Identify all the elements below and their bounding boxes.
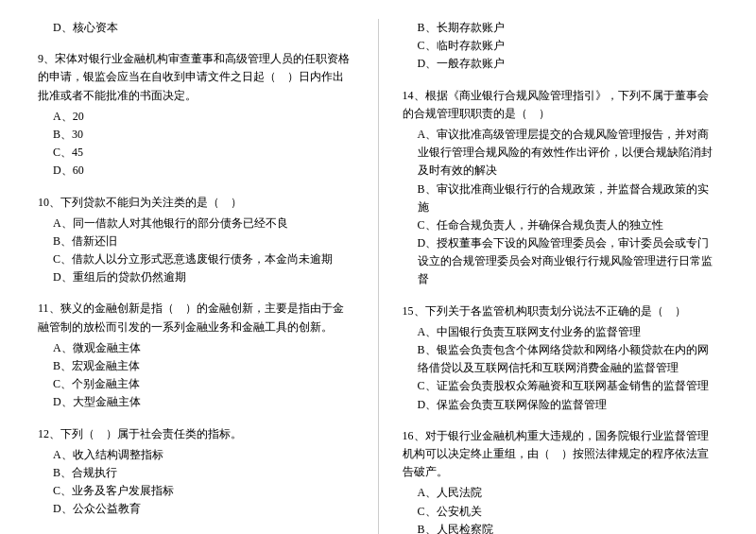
q15-b: B、银监会负责包含个体网络贷款和网络小额贷款在内的网络借贷以及互联网信托和互联网… bbox=[403, 341, 719, 377]
q10-c: C、借款人以分立形式恶意逃废银行债务，本金尚未逾期 bbox=[38, 250, 354, 268]
question-12: 12、下列（ ）属于社会责任类的指标。 A、收入结构调整指标 B、合规执行 C、… bbox=[38, 425, 354, 519]
q11-title: 11、狭义的金融创新是指（ ）的金融创新，主要是指由于金融管制的放松而引发的一系… bbox=[38, 300, 354, 336]
option-d-core: D、核心资本 bbox=[38, 19, 354, 37]
q13-b: B、长期存款账户 bbox=[403, 19, 719, 37]
q14-title: 14、根据《商业银行合规风险管理指引》，下列不属于董事会的合规管理职职责的是（ … bbox=[403, 87, 719, 123]
q9-title: 9、宋体对银行业金融机构审查董事和高级管理人员的任职资格的申请，银监会应当在自收… bbox=[38, 50, 354, 105]
q12-c: C、业务及客户发展指标 bbox=[38, 482, 354, 500]
page-content: D、核心资本 9、宋体对银行业金融机构审查董事和高级管理人员的任职资格的申请，银… bbox=[38, 19, 718, 534]
question-14: 14、根据《商业银行合规风险管理指引》，下列不属于董事会的合规管理职职责的是（ … bbox=[403, 87, 719, 289]
q14-a: A、审议批准高级管理层提交的合规风险管理报告，并对商业银行管理合规风险的有效性作… bbox=[403, 126, 719, 181]
q14-b: B、审议批准商业银行行的合规政策，并监督合规政策的实施 bbox=[403, 181, 719, 216]
q11-d: D、大型金融主体 bbox=[38, 393, 354, 411]
q10-b: B、借新还旧 bbox=[38, 233, 354, 250]
q14-d: D、授权董事会下设的风险管理委员会，审计委员会或专门设立的合规管理委员会对商业银… bbox=[403, 234, 719, 289]
q15-c: C、证监会负责股权众筹融资和互联网基金销售的监督管理 bbox=[403, 377, 719, 395]
right-column: B、长期存款账户 C、临时存款账户 D、一般存款账户 14、根据《商业银行合规风… bbox=[403, 19, 719, 534]
q13-c: C、临时存款账户 bbox=[403, 37, 719, 55]
left-column: D、核心资本 9、宋体对银行业金融机构审查董事和高级管理人员的任职资格的申请，银… bbox=[38, 19, 354, 534]
q12-b: B、合规执行 bbox=[38, 464, 354, 482]
question-13-continued: B、长期存款账户 C、临时存款账户 D、一般存款账户 bbox=[403, 19, 719, 74]
q12-title: 12、下列（ ）属于社会责任类的指标。 bbox=[38, 425, 354, 443]
q15-a: A、中国银行负责互联网支付业务的监督管理 bbox=[403, 323, 719, 341]
question-10: 10、下列贷款不能归为关注类的是（ ） A、同一借款人对其他银行的部分债务已经不… bbox=[38, 194, 354, 287]
question-11: 11、狭义的金融创新是指（ ）的金融创新，主要是指由于金融管制的放松而引发的一系… bbox=[38, 300, 354, 411]
question-9: 9、宋体对银行业金融机构审查董事和高级管理人员的任职资格的申请，银监会应当在自收… bbox=[38, 50, 354, 180]
q9-d: D、60 bbox=[38, 162, 354, 180]
q10-d: D、重组后的贷款仍然逾期 bbox=[38, 268, 354, 286]
q15-d: D、保监会负责互联网保险的监督管理 bbox=[403, 396, 719, 414]
q10-a: A、同一借款人对其他银行的部分债务已经不良 bbox=[38, 215, 354, 233]
q11-a: A、微观金融主体 bbox=[38, 339, 354, 357]
q11-c: C、个别金融主体 bbox=[38, 375, 354, 393]
q11-b: B、宏观金融主体 bbox=[38, 357, 354, 375]
q13-d: D、一般存款账户 bbox=[403, 55, 719, 73]
q16-b: B、人民检察院 bbox=[403, 521, 719, 534]
q16-a: A、人民法院 bbox=[403, 484, 719, 502]
q9-a: A、20 bbox=[38, 108, 354, 126]
q12-a: A、收入结构调整指标 bbox=[38, 446, 354, 464]
q14-c: C、任命合规负责人，并确保合规负责人的独立性 bbox=[403, 216, 719, 234]
question-16: 16、对于银行业金融机构重大违规的，国务院银行业监督管理机构可以决定终止重组，由… bbox=[403, 427, 719, 534]
question-d-core-capital: D、核心资本 bbox=[38, 19, 354, 37]
q9-c: C、45 bbox=[38, 144, 354, 162]
question-15: 15、下列关于各监管机构职责划分说法不正确的是（ ） A、中国银行负责互联网支付… bbox=[403, 302, 719, 414]
q16-title: 16、对于银行业金融机构重大违规的，国务院银行业监督管理机构可以决定终止重组，由… bbox=[403, 427, 719, 482]
q10-title: 10、下列贷款不能归为关注类的是（ ） bbox=[38, 194, 354, 212]
q16-c: C、公安机关 bbox=[403, 503, 719, 521]
q9-b: B、30 bbox=[38, 126, 354, 144]
q12-d: D、公众公益教育 bbox=[38, 500, 354, 518]
q15-title: 15、下列关于各监管机构职责划分说法不正确的是（ ） bbox=[403, 302, 719, 320]
column-divider bbox=[378, 19, 379, 534]
